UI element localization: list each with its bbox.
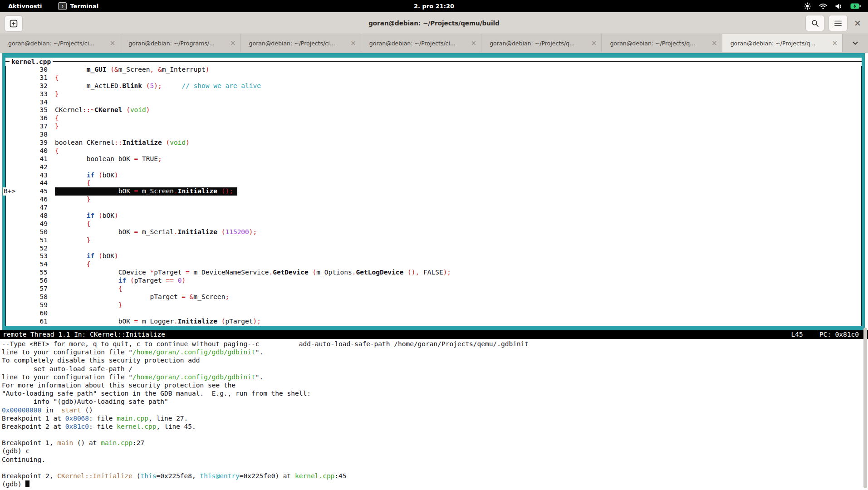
code-token: ( [312,269,316,276]
code-token: this@entry [200,472,240,480]
volume-icon [835,3,843,10]
code-token: , line 27. [148,415,188,422]
code-token: Breakpoint 2, [2,472,57,480]
activities-button[interactable]: Aktivnosti [8,3,42,10]
line-number: 56 [6,277,48,285]
tab[interactable]: goran@debian: ~/Projects/ci...× [241,34,361,52]
code-token: . [174,228,178,235]
console-line: (gdb) c [2,447,863,455]
new-tab-button[interactable] [5,15,23,32]
source-line: 61 bOK = m_Logger.Initialize (pTarget); [6,318,861,326]
line-number: 61 [6,318,48,326]
tab-active[interactable]: goran@debian: ~/Projects/q...× [722,34,843,52]
gdb-status-bar: remote Thread 1.1 In: CKernel::Initializ… [0,330,868,339]
code-token: GetLogDevice [356,269,404,276]
code-token: { [55,74,59,81]
code-token [126,277,130,284]
code-token [217,187,221,195]
code-token: pTarget [225,318,253,325]
code-token: bOK [55,187,134,195]
code-token: /home/goran/.config/gdb/gdbinit [132,348,255,356]
source-line: 42 [6,163,861,172]
code-token: m_Screen [194,293,226,300]
window-title: goran@debian: ~/Projects/qemu/build [368,20,500,27]
code-token [55,172,87,179]
code-token [174,277,178,284]
tab[interactable]: goran@debian: ~/Projects/q...× [481,34,602,52]
code-token: { [87,179,91,186]
code-token: = [181,293,186,300]
console-line: set auto-load safe-path / [2,365,863,373]
code-token: m_ActLED [55,82,118,89]
gdb-console[interactable]: --Type <RET> for more, q to quit, c to c… [2,340,863,488]
chevron-down-icon [853,41,858,45]
line-number: 52 [6,245,48,253]
tab-close-icon[interactable]: × [110,39,116,47]
tab-close-icon[interactable]: × [350,39,356,47]
code-token: (gdb) c [2,447,29,455]
tab-close-icon[interactable]: × [832,39,838,47]
search-icon [811,20,819,27]
code-token: ( [98,172,103,179]
focused-app-menu[interactable]: ❯ Terminal [58,2,98,10]
code-token: & [114,66,118,73]
code-token: . [174,187,178,195]
gnome-top-bar: Aktivnosti ❯ Terminal 2. pro 21:20 [0,0,868,12]
search-button[interactable] [805,15,824,31]
menu-button[interactable] [829,15,848,31]
code-token [55,260,87,268]
tab-close-icon[interactable]: × [230,39,236,47]
tab-label: goran@debian: ~/Projects/ci... [249,40,347,47]
code-token: { [87,260,91,268]
tab[interactable]: goran@debian: ~/Projects/ci...× [0,34,120,52]
code-text: { [55,74,59,82]
line-number: 39 [6,139,48,147]
tab[interactable]: goran@debian: ~/Projects/q...× [602,34,722,52]
code-token [55,252,87,260]
code-token: 0x00008000 [2,407,41,414]
line-number: 42 [6,163,48,172]
code-token [94,172,98,179]
source-line: 52 [6,245,861,253]
source-line: 56 if (pTarget == 0) [6,277,861,285]
line-number: 33 [6,90,48,98]
tab-close-icon[interactable]: × [471,39,477,47]
code-text: { [55,220,91,228]
code-token: --Type <RET> for more, q to quit, c to c… [2,340,529,348]
terminal-viewport[interactable]: kernel.cpp 30 m_GUI (&m_Screen, &m_Inter… [0,53,868,490]
code-token: { [118,285,123,292]
code-token: ( [130,277,134,284]
line-number: 50 [6,228,48,236]
wifi-icon [819,3,827,10]
code-token: main [57,439,73,446]
code-token: } [87,196,91,203]
tab[interactable]: goran@debian: ~/Projects/ci...× [361,34,481,52]
code-token: ) [146,106,150,113]
code-token: ( [166,139,170,146]
code-token: , [150,66,154,73]
code-token: (), [407,269,419,276]
terminal-scrollbar[interactable] [863,328,867,488]
close-button[interactable]: ✕ [852,15,863,31]
code-token [107,66,111,73]
tab-label: goran@debian: ~/Projects/q... [731,40,829,47]
code-token: ); [154,82,162,89]
tab-overflow-button[interactable] [843,34,868,52]
code-text: if (bOK) [55,172,118,180]
status-line-indicator: L45 [791,330,803,339]
code-text: { [55,179,91,187]
code-text: { [55,260,91,269]
code-token: pTarget [55,293,181,300]
system-status-area[interactable] [804,2,861,10]
code-token: ) [114,252,118,260]
tab-close-icon[interactable]: × [711,39,717,47]
tab[interactable]: goran@debian: ~/Programs/...× [120,34,240,52]
code-token [55,220,87,227]
source-line: 41 boolean bOK = TRUE; [6,155,861,163]
code-token: main.cpp [101,439,132,446]
code-token: ". [255,373,263,381]
clock-button[interactable]: 2. pro 21:20 [414,0,454,12]
tab-close-icon[interactable]: × [591,39,597,47]
code-token: m_Logger [138,318,174,325]
console-line: (gdb) [2,480,863,488]
